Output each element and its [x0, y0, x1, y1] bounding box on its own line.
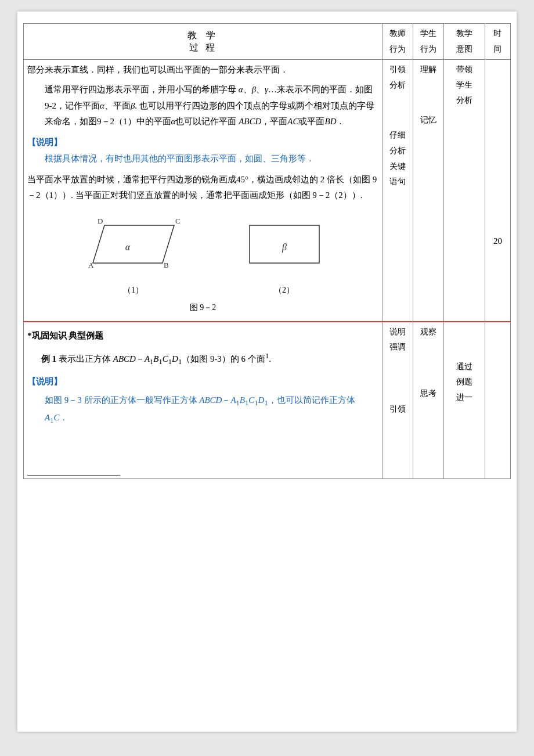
svg-text:D: D [98, 217, 103, 225]
header-teacher-cell: 教师 行为 [383, 24, 413, 60]
time-value-1: 20 [489, 236, 507, 246]
note-text-2: 如图 9－3 所示的正方体一般写作正方体 ABCD－A1B1C1D1，也可以简记… [45, 393, 378, 427]
footnote-line [27, 475, 120, 476]
svg-text:B: B [164, 261, 169, 269]
svg-text:α: α [125, 242, 130, 252]
header-title: 教 学 [27, 30, 378, 42]
page: 教 学 过 程 教师 行为 学生 行为 教学 意图 [17, 12, 517, 732]
student-text-1: 理解 [417, 62, 440, 78]
fig2-label: （2） [238, 283, 331, 298]
paragraph-1: 部分来表示直线．同样，我们也可以画出平面的一部分来表示平面． [27, 62, 378, 78]
section-header: *巩固知识 典型例题 [27, 325, 378, 345]
student-text-3: 观察 [417, 325, 440, 340]
content-row-2: *巩固知识 典型例题 例 1 表示出正方体 ABCD－A1B1C1D1（如图 9… [24, 322, 511, 479]
example-text: 例 1 表示出正方体 ABCD－A1B1C1D1（如图 9-3）的 6 个面1. [41, 350, 378, 369]
fig-container: α A B C D （1） [27, 211, 378, 298]
svg-text:A: A [88, 261, 94, 269]
figure-2: β （2） [238, 211, 331, 298]
content-row-1: 部分来表示直线．同样，我们也可以画出平面的一部分来表示平面． 通常用平行四边形表… [24, 60, 511, 322]
note-label-2: 【说明】 [27, 374, 378, 390]
student-text-4: 思考 [417, 386, 440, 402]
spacer-1 [27, 427, 378, 474]
teacher-text-1: 引领 分析 [386, 62, 409, 93]
teacher-text-3: 说明 强调 [386, 325, 409, 355]
note-text-1: 根据具体情况，有时也用其他的平面图形表示平面，如圆、三角形等． [45, 151, 378, 167]
header-intent-cell: 教学 意图 [444, 24, 485, 60]
header-teacher-label: 教师 行为 [386, 26, 409, 57]
paragraph-2: 通常用平行四边形表示平面，并用小写的希腊字母 α、β、γ…来表示不同的平面．如图… [45, 82, 378, 130]
intent-cell-2: 通过 例题 进一 [444, 322, 485, 479]
intent-cell-1: 带领 学生 分析 [444, 60, 485, 322]
note-label-1: 【说明】 [27, 135, 378, 151]
fig1-svg: α A B C D [75, 211, 192, 275]
header-time-cell: 时 间 [485, 24, 510, 60]
student-cell-2: 观察 思考 [413, 322, 444, 479]
time-cell-1: 20 [485, 60, 510, 322]
svg-marker-0 [93, 225, 174, 263]
header-student-cell: 学生 行为 [413, 24, 444, 60]
teacher-text-2: 仔细 分析 关键 语句 [386, 128, 409, 189]
header-student-label: 学生 行为 [417, 26, 440, 57]
teacher-cell-1: 引领 分析 仔细 分析 关键 语句 [383, 60, 413, 322]
fig1-label: （1） [75, 283, 192, 298]
header-intent-label: 教学 意图 [448, 26, 481, 57]
svg-text:C: C [175, 217, 181, 225]
student-cell-1: 理解 记忆 [413, 60, 444, 322]
fig-caption: 图 9－2 [27, 300, 378, 315]
figure-1: α A B C D （1） [75, 211, 192, 298]
fig2-svg: β [238, 211, 331, 275]
teacher-text-4: 引领 [386, 402, 409, 417]
intent-text-2: 通过 例题 进一 [448, 359, 481, 406]
time-cell-2 [485, 322, 510, 479]
paragraph-3: 当平面水平放置的时候，通常把平行四边形的锐角画成45°，横边画成邻边的 2 倍长… [27, 172, 378, 204]
content-cell-2: *巩固知识 典型例题 例 1 表示出正方体 ABCD－A1B1C1D1（如图 9… [24, 322, 383, 479]
header-row: 教 学 过 程 教师 行为 学生 行为 教学 意图 [24, 24, 511, 60]
header-sub: 过 程 [27, 42, 378, 54]
main-table: 教 学 过 程 教师 行为 学生 行为 教学 意图 [23, 23, 511, 479]
teacher-cell-2: 说明 强调 引领 [383, 322, 413, 479]
student-text-2: 记忆 [417, 113, 440, 128]
header-content-cell: 教 学 过 程 [24, 24, 383, 60]
content-cell-1: 部分来表示直线．同样，我们也可以画出平面的一部分来表示平面． 通常用平行四边形表… [24, 60, 383, 322]
intent-text-1: 带领 学生 分析 [448, 62, 481, 109]
header-time-label: 时 间 [489, 26, 507, 57]
svg-text:β: β [282, 242, 287, 253]
